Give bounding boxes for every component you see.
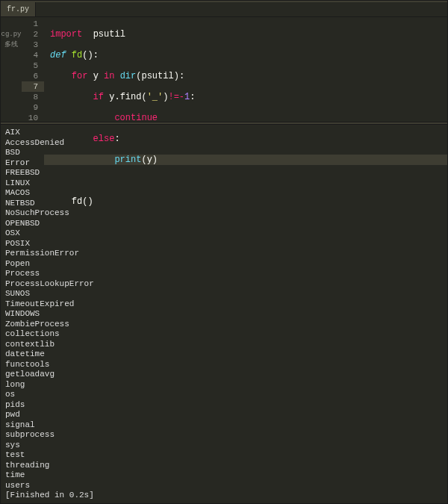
code-line-active: print(y) <box>44 155 447 165</box>
line-number: 2 <box>33 30 38 39</box>
code-area[interactable]: import psutil def fd(): for y in dir(psu… <box>44 17 447 122</box>
code-line: else: <box>50 134 447 144</box>
code-editor[interactable]: cg.py 多线 1 2 3 4 5 6 7 8 9 10 import psu… <box>1 17 447 122</box>
code-line <box>50 217 447 228</box>
code-line: fd() <box>50 196 447 207</box>
code-line: for y in dir(psutil): <box>50 71 447 81</box>
line-number-active: 7 <box>22 81 44 92</box>
line-number: 8 <box>33 93 38 102</box>
tab-fr-py[interactable]: fr.py <box>1 2 36 16</box>
line-number: 5 <box>33 61 38 70</box>
line-number: 3 <box>33 40 38 49</box>
code-line: import psutil <box>50 29 447 40</box>
tab-bar: fr.py <box>1 2 447 17</box>
line-number: 6 <box>33 72 38 81</box>
sidebar-hint-label: 多线 <box>1 40 22 50</box>
line-number-gutter: 1 2 3 4 5 6 7 8 9 10 <box>22 17 44 122</box>
line-number: 9 <box>33 103 38 112</box>
sidebar-file-hints: cg.py 多线 <box>1 17 22 122</box>
code-line: def fd(): <box>50 50 447 60</box>
code-line <box>50 175 447 186</box>
line-number: 1 <box>33 19 38 28</box>
sidebar-hint-label: cg.py <box>1 29 22 40</box>
line-number: 4 <box>33 51 38 60</box>
line-number: 10 <box>28 113 38 122</box>
code-line: if y.find('_')!=-1: <box>50 92 447 102</box>
code-line: continue <box>50 113 447 123</box>
